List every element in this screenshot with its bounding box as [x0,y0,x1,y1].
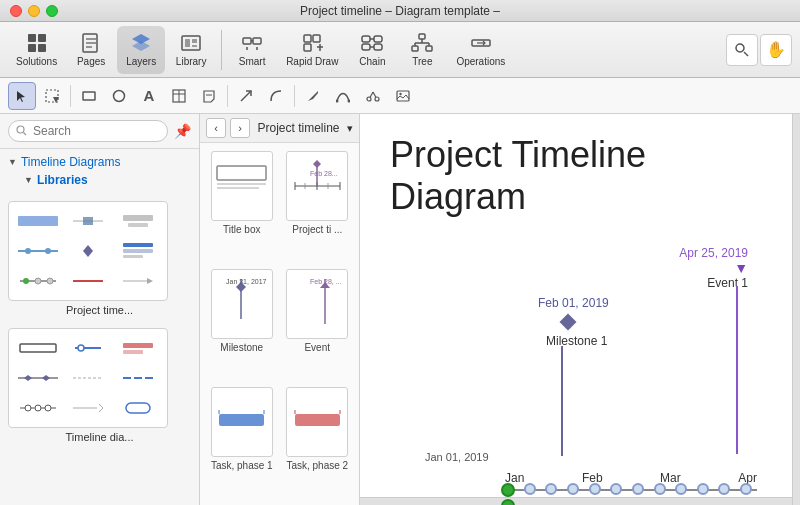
search-icon [16,125,27,138]
template-header: ‹ › Project timeline ▾ [200,114,359,143]
rect-icon [82,89,96,103]
curve-tool[interactable] [262,82,290,110]
svg-rect-32 [426,46,432,51]
timeline-circles [519,483,757,495]
circle-icon [112,89,126,103]
event-apr-container: Apr 25, 2019 ▼ Event 1 [679,246,748,290]
t-circle-8 [675,483,687,495]
svg-point-67 [25,248,31,254]
note-tool[interactable] [195,82,223,110]
milestone-feb-date: Feb 01, 2019 [538,296,609,310]
layers-label: Layers [126,56,156,67]
svg-rect-83 [123,343,153,348]
tmpl-title-box-label: Title box [223,224,260,235]
minimize-button[interactable] [28,5,40,17]
toolbar-pages[interactable]: Pages [67,26,115,74]
toolbar-rapid-draw[interactable]: Rapid Draw [278,26,346,74]
gesture-btn[interactable]: ✋ [760,34,792,66]
cut-tool[interactable] [359,82,387,110]
toolbar-tree[interactable]: Tree [398,26,446,74]
t-circle-5 [610,483,622,495]
nav-back-btn[interactable]: ‹ [206,118,226,138]
list-item[interactable]: Timeline dia... [8,328,191,443]
toolbar-chain[interactable]: Chain [348,26,396,74]
rect-tool[interactable] [75,82,103,110]
t-circle-1 [524,483,536,495]
thumb-cell [63,206,112,235]
select-tool[interactable] [8,82,36,110]
tree-icon [411,32,433,54]
tree-section: ▼ Timeline Diagrams ▼ Libraries [0,149,199,193]
search-tool-btn[interactable] [726,34,758,66]
toolbar-operations[interactable]: Operations [448,26,513,74]
svg-rect-27 [362,44,370,50]
maximize-button[interactable] [46,5,58,17]
pages-icon [80,32,102,54]
tmpl-task1-label: Task, phase 1 [211,460,273,471]
canvas-area[interactable]: Project Timeline Diagram Apr 25, 2019 ▼ … [360,114,800,505]
svg-line-55 [370,92,373,98]
arrow-tool[interactable] [232,82,260,110]
tree-child-item[interactable]: ▼ Libraries [8,171,191,189]
svg-point-59 [17,126,24,133]
tool-divider-3 [294,85,295,107]
right-scrollbar[interactable] [792,114,800,505]
timeline-area: Apr 25, 2019 ▼ Event 1 Feb 01, 2019 Mile… [390,238,770,505]
pin-icon[interactable]: 📌 [174,123,191,139]
toolbar-smart[interactable]: Smart [228,26,276,74]
thumbnail-1 [8,201,168,301]
toolbar-library[interactable]: Library [167,26,215,74]
text-tool[interactable]: A [135,82,163,110]
thumb-cell [13,267,62,296]
template-dropdown-icon[interactable]: ▾ [347,122,353,135]
svg-rect-28 [374,44,382,50]
list-item[interactable]: Feb 28... Project ti ... [284,151,352,261]
list-item[interactable]: Title box [208,151,276,261]
list-item[interactable]: Task, phase 2 [284,387,352,497]
svg-point-45 [114,90,125,101]
svg-line-95 [99,404,103,408]
bottom-scrollbar[interactable] [360,497,792,505]
circle-tool[interactable] [105,82,133,110]
bezier-tool[interactable] [329,82,357,110]
list-item[interactable]: Feb 28, ... Event [284,269,352,379]
svg-rect-3 [38,44,46,52]
canvas-content: Project Timeline Diagram Apr 25, 2019 ▼ … [360,114,800,505]
svg-marker-41 [17,91,25,102]
image-tool[interactable] [389,82,417,110]
svg-line-60 [24,132,27,135]
thumb-cell [13,363,62,392]
template-grid: Title box Feb 28 [200,143,359,505]
svg-point-92 [35,405,41,411]
list-item[interactable]: Project time... [8,201,191,316]
svg-text:Jan 31, 2017: Jan 31, 2017 [226,278,267,285]
svg-rect-13 [192,45,197,47]
search-input[interactable] [8,120,168,142]
list-item[interactable]: Jan 31, 2017 Milestone [208,269,276,379]
pen-tool[interactable] [299,82,327,110]
chain-label: Chain [359,56,385,67]
svg-point-68 [45,248,51,254]
table-tool[interactable] [165,82,193,110]
thumb-cell [63,333,112,362]
thumb-cell [13,206,62,235]
nav-forward-btn[interactable]: › [230,118,250,138]
toolbar-layers[interactable]: Layers [117,26,165,74]
svg-point-93 [45,405,51,411]
traffic-lights [10,5,58,17]
thumb-cell [63,394,112,423]
toolbar-solutions[interactable]: Solutions [8,26,65,74]
svg-rect-14 [243,38,251,44]
close-button[interactable] [10,5,22,17]
milestone-feb-container: Feb 01, 2019 Milestone 1 [538,296,609,348]
select-rect-tool[interactable] [38,82,66,110]
svg-marker-87 [42,375,50,381]
tree-root-item[interactable]: ▼ Timeline Diagrams [8,153,191,171]
list-item[interactable]: Task, phase 1 [208,387,276,497]
svg-rect-10 [182,36,200,50]
svg-rect-15 [253,38,261,44]
operations-label: Operations [456,56,505,67]
search-bar: 📌 [0,114,199,149]
milestone-feb-label: Milestone 1 [546,334,609,348]
note-icon [202,89,216,103]
